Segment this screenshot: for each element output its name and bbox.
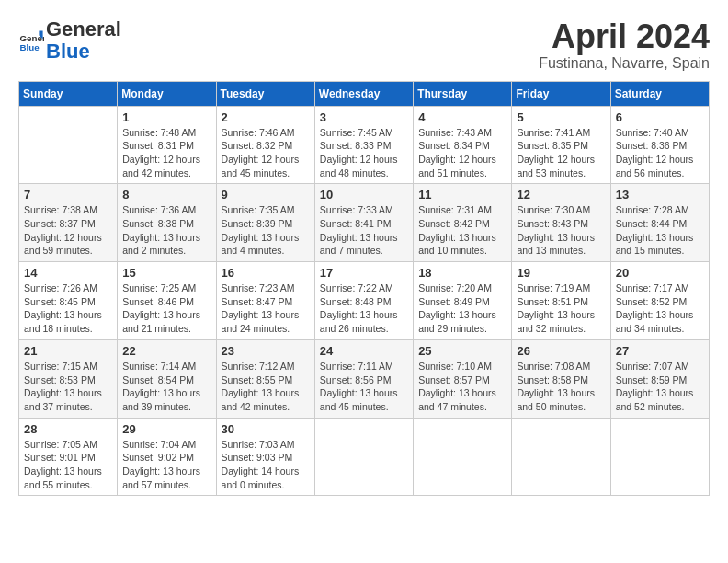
page-title: April 2024 — [539, 18, 710, 55]
day-info: Sunrise: 7:14 AMSunset: 8:54 PMDaylight:… — [122, 360, 210, 414]
day-number: 13 — [616, 188, 704, 201]
day-number: 1 — [122, 110, 210, 124]
day-number: 27 — [616, 344, 704, 358]
day-info: Sunrise: 7:41 AMSunset: 8:35 PMDaylight:… — [517, 126, 605, 180]
logo-icon: General Blue — [18, 28, 44, 53]
calendar-day-cell: 5Sunrise: 7:41 AMSunset: 8:35 PMDaylight… — [512, 106, 610, 184]
calendar-day-cell: 10Sunrise: 7:33 AMSunset: 8:41 PMDayligh… — [314, 184, 413, 262]
calendar-day-cell: 17Sunrise: 7:22 AMSunset: 8:48 PMDayligh… — [314, 262, 413, 340]
day-number: 16 — [222, 266, 310, 280]
day-number: 3 — [320, 110, 408, 124]
day-info: Sunrise: 7:31 AMSunset: 8:42 PMDaylight:… — [418, 203, 506, 258]
calendar-day-cell: 23Sunrise: 7:12 AMSunset: 8:55 PMDayligh… — [216, 339, 314, 418]
day-number: 17 — [320, 266, 408, 280]
calendar-day-cell: 21Sunrise: 7:15 AMSunset: 8:53 PMDayligh… — [19, 339, 118, 418]
day-number: 23 — [222, 344, 310, 358]
day-number: 4 — [418, 110, 506, 124]
day-number: 6 — [616, 110, 704, 124]
day-info: Sunrise: 7:15 AMSunset: 8:53 PMDaylight:… — [24, 360, 112, 414]
day-number: 29 — [122, 422, 210, 436]
day-number: 9 — [222, 188, 310, 201]
day-info: Sunrise: 7:35 AMSunset: 8:39 PMDaylight:… — [222, 203, 310, 258]
day-info: Sunrise: 7:17 AMSunset: 8:52 PMDaylight:… — [616, 282, 704, 336]
calendar-day-cell: 25Sunrise: 7:10 AMSunset: 8:57 PMDayligh… — [414, 339, 512, 418]
day-number: 10 — [320, 188, 408, 201]
title-block: April 2024 Fustinana, Navarre, Spain — [539, 18, 710, 72]
day-number: 28 — [24, 422, 112, 436]
calendar-day-cell — [314, 418, 413, 496]
calendar-day-cell — [414, 418, 512, 496]
day-number: 20 — [616, 266, 704, 280]
calendar-day-cell: 14Sunrise: 7:26 AMSunset: 8:45 PMDayligh… — [19, 262, 118, 340]
calendar-day-cell: 18Sunrise: 7:20 AMSunset: 8:49 PMDayligh… — [414, 262, 512, 340]
day-number: 25 — [418, 344, 506, 358]
day-info: Sunrise: 7:07 AMSunset: 8:59 PMDaylight:… — [616, 360, 704, 414]
day-info: Sunrise: 7:04 AMSunset: 9:02 PMDaylight:… — [122, 438, 210, 492]
day-info: Sunrise: 7:23 AMSunset: 8:47 PMDaylight:… — [222, 282, 310, 336]
day-number: 7 — [24, 188, 112, 201]
day-number: 26 — [517, 344, 605, 358]
day-info: Sunrise: 7:05 AMSunset: 9:01 PMDaylight:… — [24, 438, 112, 492]
calendar-day-cell: 16Sunrise: 7:23 AMSunset: 8:47 PMDayligh… — [216, 262, 314, 340]
day-number: 8 — [122, 188, 210, 201]
day-info: Sunrise: 7:19 AMSunset: 8:51 PMDaylight:… — [517, 282, 605, 336]
calendar-day-cell: 28Sunrise: 7:05 AMSunset: 9:01 PMDayligh… — [19, 418, 118, 496]
day-info: Sunrise: 7:20 AMSunset: 8:49 PMDaylight:… — [418, 282, 506, 336]
day-info: Sunrise: 7:03 AMSunset: 9:03 PMDaylight:… — [222, 438, 310, 492]
calendar-day-cell: 24Sunrise: 7:11 AMSunset: 8:56 PMDayligh… — [314, 339, 413, 418]
calendar-day-cell: 7Sunrise: 7:38 AMSunset: 8:37 PMDaylight… — [19, 184, 118, 262]
day-info: Sunrise: 7:38 AMSunset: 8:37 PMDaylight:… — [24, 203, 112, 258]
calendar-day-cell: 12Sunrise: 7:30 AMSunset: 8:43 PMDayligh… — [512, 184, 610, 262]
calendar-day-cell: 26Sunrise: 7:08 AMSunset: 8:58 PMDayligh… — [512, 339, 610, 418]
calendar-day-cell — [19, 106, 118, 184]
page-subtitle: Fustinana, Navarre, Spain — [539, 55, 710, 72]
calendar-week-row: 14Sunrise: 7:26 AMSunset: 8:45 PMDayligh… — [19, 262, 710, 340]
day-info: Sunrise: 7:22 AMSunset: 8:48 PMDaylight:… — [320, 282, 408, 336]
day-number: 14 — [24, 266, 112, 280]
calendar-body: 1Sunrise: 7:48 AMSunset: 8:31 PMDaylight… — [19, 106, 710, 496]
logo-text: General Blue — [46, 18, 121, 63]
calendar-day-cell: 30Sunrise: 7:03 AMSunset: 9:03 PMDayligh… — [216, 418, 314, 496]
calendar-day-cell: 13Sunrise: 7:28 AMSunset: 8:44 PMDayligh… — [610, 184, 709, 262]
svg-text:Blue: Blue — [19, 42, 40, 52]
calendar-day-cell: 29Sunrise: 7:04 AMSunset: 9:02 PMDayligh… — [118, 418, 216, 496]
day-info: Sunrise: 7:12 AMSunset: 8:55 PMDaylight:… — [222, 360, 310, 414]
day-number: 18 — [418, 266, 506, 280]
day-number: 11 — [418, 188, 506, 201]
day-number: 5 — [517, 110, 605, 124]
day-info: Sunrise: 7:40 AMSunset: 8:36 PMDaylight:… — [616, 126, 704, 180]
calendar-day-cell: 8Sunrise: 7:36 AMSunset: 8:38 PMDaylight… — [118, 184, 216, 262]
day-info: Sunrise: 7:25 AMSunset: 8:46 PMDaylight:… — [122, 282, 210, 336]
calendar-day-cell: 3Sunrise: 7:45 AMSunset: 8:33 PMDaylight… — [314, 106, 413, 184]
calendar-day-cell: 15Sunrise: 7:25 AMSunset: 8:46 PMDayligh… — [118, 262, 216, 340]
day-info: Sunrise: 7:11 AMSunset: 8:56 PMDaylight:… — [320, 360, 408, 414]
calendar-header-row: SundayMondayTuesdayWednesdayThursdayFrid… — [19, 81, 710, 106]
day-info: Sunrise: 7:30 AMSunset: 8:43 PMDaylight:… — [517, 203, 605, 258]
day-number: 19 — [517, 266, 605, 280]
day-number: 2 — [222, 110, 310, 124]
day-info: Sunrise: 7:28 AMSunset: 8:44 PMDaylight:… — [616, 203, 704, 258]
day-info: Sunrise: 7:36 AMSunset: 8:38 PMDaylight:… — [122, 203, 210, 258]
calendar-week-row: 21Sunrise: 7:15 AMSunset: 8:53 PMDayligh… — [19, 339, 710, 418]
calendar-week-row: 1Sunrise: 7:48 AMSunset: 8:31 PMDaylight… — [19, 106, 710, 184]
calendar-table: SundayMondayTuesdayWednesdayThursdayFrid… — [18, 81, 710, 497]
calendar-day-cell: 4Sunrise: 7:43 AMSunset: 8:34 PMDaylight… — [414, 106, 512, 184]
calendar-week-row: 28Sunrise: 7:05 AMSunset: 9:01 PMDayligh… — [19, 418, 710, 496]
day-info: Sunrise: 7:26 AMSunset: 8:45 PMDaylight:… — [24, 282, 112, 336]
page-header: General Blue General Blue April 2024 Fus… — [18, 18, 710, 72]
day-info: Sunrise: 7:45 AMSunset: 8:33 PMDaylight:… — [320, 126, 408, 180]
weekday-header-cell: Tuesday — [216, 81, 314, 106]
weekday-header-cell: Saturday — [610, 81, 709, 106]
weekday-header-cell: Thursday — [414, 81, 512, 106]
day-info: Sunrise: 7:33 AMSunset: 8:41 PMDaylight:… — [320, 203, 408, 258]
calendar-day-cell: 1Sunrise: 7:48 AMSunset: 8:31 PMDaylight… — [118, 106, 216, 184]
day-info: Sunrise: 7:08 AMSunset: 8:58 PMDaylight:… — [517, 360, 605, 414]
calendar-day-cell: 20Sunrise: 7:17 AMSunset: 8:52 PMDayligh… — [610, 262, 709, 340]
day-number: 24 — [320, 344, 408, 358]
calendar-day-cell: 22Sunrise: 7:14 AMSunset: 8:54 PMDayligh… — [118, 339, 216, 418]
day-info: Sunrise: 7:10 AMSunset: 8:57 PMDaylight:… — [418, 360, 506, 414]
day-info: Sunrise: 7:43 AMSunset: 8:34 PMDaylight:… — [418, 126, 506, 180]
day-number: 30 — [222, 422, 310, 436]
calendar-day-cell: 6Sunrise: 7:40 AMSunset: 8:36 PMDaylight… — [610, 106, 709, 184]
calendar-day-cell: 11Sunrise: 7:31 AMSunset: 8:42 PMDayligh… — [414, 184, 512, 262]
